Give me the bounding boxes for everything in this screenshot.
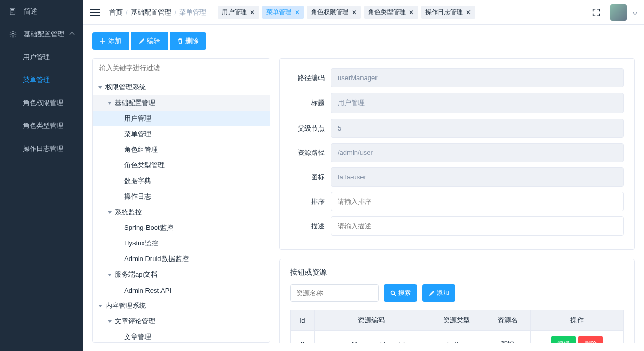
tree-node[interactable]: 数据字典 [93, 173, 270, 189]
label-title: 标题 [290, 98, 325, 108]
chevron-up-icon [70, 32, 75, 37]
field-desc[interactable] [331, 216, 624, 236]
sidebar-brand[interactable]: 简述 [0, 0, 83, 23]
col-name: 资源名 [485, 310, 531, 331]
label-path: 资源路径 [290, 148, 325, 158]
sidebar-item-logs[interactable]: 操作日志管理 [0, 137, 83, 160]
row-edit-button[interactable]: 编辑 [551, 336, 576, 343]
tree-node[interactable]: 角色类型管理 [93, 158, 270, 173]
fullscreen-icon[interactable] [592, 8, 601, 17]
sidebar-item-roles[interactable]: 角色权限管理 [0, 92, 83, 114]
label-desc: 描述 [290, 222, 325, 231]
close-icon[interactable]: ✕ [352, 9, 357, 16]
close-icon[interactable]: ✕ [250, 9, 255, 16]
tree-node-cms-sub[interactable]: 文章评论管理 [93, 314, 270, 329]
tree-node[interactable]: Admin Druid数据监控 [93, 251, 270, 267]
field-sort[interactable] [331, 192, 624, 211]
tree-node[interactable]: 文章管理 [93, 329, 270, 342]
breadcrumb: 首页/ 基础配置管理/ 菜单管理 [109, 8, 206, 17]
chevron-down-icon[interactable] [633, 10, 638, 15]
field-icon[interactable]: fa fa-user [331, 167, 624, 187]
tree-filter-input[interactable] [93, 59, 270, 77]
field-path[interactable]: /admin/user [331, 143, 624, 162]
tab-menus[interactable]: 菜单管理✕ [262, 6, 304, 19]
sidebar-item-users[interactable]: 用户管理 [0, 46, 83, 69]
row-delete-button[interactable]: 删除 [578, 336, 603, 343]
hamburger-icon[interactable] [90, 9, 100, 16]
tree-node[interactable]: Spring-Boot监控 [93, 220, 270, 236]
sidebar-brand-label: 简述 [24, 7, 37, 16]
sidebar-section-config[interactable]: 基础配置管理 [0, 23, 83, 46]
tab-roles[interactable]: 角色权限管理✕ [307, 6, 361, 19]
tree-node-monitor[interactable]: 系统监控 [93, 204, 270, 220]
breadcrumb-home[interactable]: 首页 [109, 8, 123, 17]
tree-node[interactable]: Admin Rest API [93, 282, 270, 298]
col-action: 操作 [531, 310, 624, 331]
label-sort: 排序 [290, 197, 325, 206]
search-button[interactable]: 搜索 [384, 284, 417, 302]
sidebar-item-roletypes[interactable]: 角色类型管理 [0, 114, 83, 137]
avatar[interactable] [610, 4, 627, 21]
tree-node[interactable]: Hystrix监控 [93, 236, 270, 251]
close-icon[interactable]: ✕ [294, 9, 300, 16]
col-id: id [291, 310, 315, 331]
doc-icon [9, 8, 17, 15]
close-icon[interactable]: ✕ [409, 9, 414, 16]
tree-node[interactable]: 操作日志 [93, 189, 270, 204]
tree-node-api[interactable]: 服务端api文档 [93, 267, 270, 282]
field-title[interactable]: 用户管理 [331, 93, 624, 113]
edit-button[interactable]: 编辑 [131, 32, 168, 50]
tab-users[interactable]: 用户管理✕ [218, 6, 259, 19]
tree-node-cms[interactable]: 内容管理系统 [93, 298, 270, 314]
label-parent: 父级节点 [290, 124, 325, 133]
label-icon: 图标 [290, 173, 325, 182]
col-type: 资源类型 [428, 310, 485, 331]
table-row: 3 userManager:btn_add button 新增 编辑 删除 [291, 331, 624, 343]
resource-add-button[interactable]: 添加 [422, 284, 455, 302]
tree-node[interactable]: 用户管理 [93, 111, 270, 126]
delete-button[interactable]: 删除 [170, 32, 206, 50]
close-icon[interactable]: ✕ [466, 9, 471, 16]
gear-icon [9, 31, 17, 38]
resource-title: 按钮或资源 [290, 268, 624, 277]
tab-roletypes[interactable]: 角色类型管理✕ [364, 6, 418, 19]
breadcrumb-last: 菜单管理 [179, 8, 206, 17]
breadcrumb-mid[interactable]: 基础配置管理 [131, 8, 171, 17]
tree-node[interactable]: 菜单管理 [93, 126, 270, 142]
col-code: 资源编码 [315, 310, 428, 331]
resource-search-input[interactable] [290, 284, 379, 302]
sidebar-item-menus[interactable]: 菜单管理 [0, 69, 83, 92]
field-parent[interactable]: 5 [331, 119, 624, 138]
sidebar-section-label: 基础配置管理 [24, 30, 64, 39]
svg-point-1 [12, 33, 14, 35]
tree-node[interactable]: 角色组管理 [93, 142, 270, 158]
label-code: 路径编码 [290, 73, 325, 83]
svg-rect-0 [10, 8, 15, 15]
tab-logs[interactable]: 操作日志管理✕ [421, 6, 475, 19]
svg-point-2 [391, 291, 395, 294]
field-code[interactable]: userManager [331, 68, 624, 87]
add-button[interactable]: 添加 [92, 32, 129, 50]
tree-node-config[interactable]: 基础配置管理 [93, 95, 270, 111]
tree-node-root[interactable]: 权限管理系统 [93, 80, 270, 95]
